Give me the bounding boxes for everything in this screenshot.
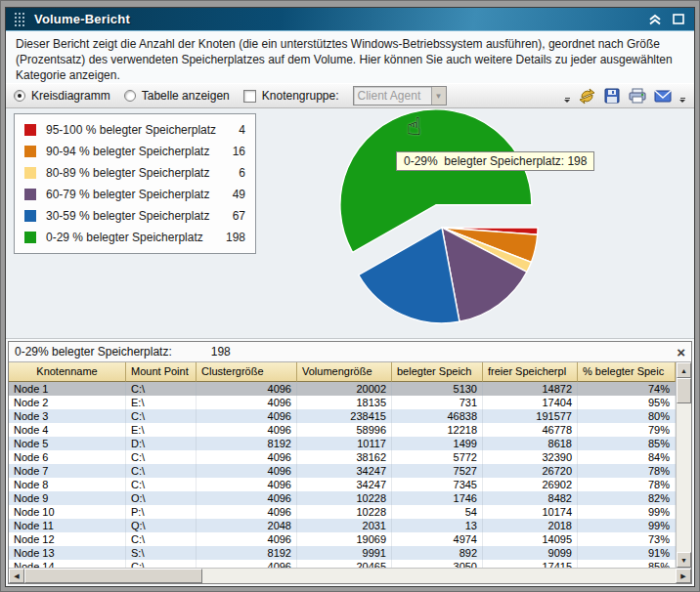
pie-chart-radio-label[interactable]: Kreisdiagramm <box>31 89 110 103</box>
table-cell: 73% <box>578 532 676 546</box>
save-button[interactable] <box>602 86 622 106</box>
show-table-radio-label[interactable]: Tabelle anzeigen <box>142 89 230 103</box>
node-group-label: Knotengruppe: <box>262 89 339 103</box>
toolbar-overflow-grip[interactable] <box>563 87 571 105</box>
column-header[interactable]: Knotenname <box>9 362 126 382</box>
table-row[interactable]: Node 3C:\40962384154683819157780% <box>9 409 676 423</box>
vertical-scroll-track[interactable] <box>677 403 691 552</box>
legend-value: 67 <box>233 209 245 223</box>
table-row[interactable]: Node 11Q:\2048203113201899% <box>9 519 676 532</box>
table-cell: 9099 <box>483 546 578 560</box>
pie-slice-4[interactable] <box>359 228 459 323</box>
maximize-icon <box>673 14 684 24</box>
show-table-radio[interactable] <box>124 90 136 102</box>
close-button[interactable]: × <box>677 345 685 359</box>
table-row[interactable]: Node 14C:\40962046530501741585% <box>9 560 676 568</box>
table-row[interactable]: Node 7C:\40963424775272672078% <box>9 464 676 478</box>
legend-item[interactable]: 80-89 % belegter Speicherplatz6 <box>24 162 245 184</box>
collapse-button[interactable] <box>647 12 663 27</box>
table-row[interactable]: Node 2E:\4096181357311740495% <box>9 396 676 409</box>
legend-item[interactable]: 0-29 % belegter Speicherplatz198 <box>24 227 245 248</box>
detail-category-value: 198 <box>211 345 231 359</box>
table-cell: S:\ <box>126 546 197 560</box>
table-cell: 13 <box>392 519 483 532</box>
scroll-down-button[interactable]: ▼ <box>677 552 691 568</box>
legend-item[interactable]: 60-79 % belegter Speicherplatz49 <box>24 184 245 205</box>
table-cell: P:\ <box>126 505 197 519</box>
table-cell: 20465 <box>297 560 392 568</box>
table-cell: E:\ <box>126 423 197 437</box>
table-cell: 8192 <box>197 546 297 560</box>
horizontal-scroll-track[interactable] <box>202 569 676 583</box>
window-title: Volume-Bericht <box>34 12 639 26</box>
table-cell: 78% <box>578 464 676 478</box>
pie-slice-tooltip: 0-29% belegter Speicherplatz: 198 <box>396 151 594 171</box>
table-row[interactable]: Node 6C:\40963816257723239084% <box>9 450 676 464</box>
legend-item[interactable]: 30-59 % belegter Speicherplatz67 <box>24 205 245 227</box>
legend-swatch-icon <box>24 210 36 222</box>
pie-chart-radio[interactable] <box>14 90 25 102</box>
table-row[interactable]: Node 4E:\409658996122184677879% <box>9 423 676 437</box>
table-cell: 12218 <box>392 423 483 437</box>
column-header[interactable]: % belegter Speic <box>578 362 676 382</box>
legend-item[interactable]: 90-94 % belegter Speicherplatz16 <box>24 141 245 162</box>
column-header[interactable]: Volumengröße <box>297 362 392 382</box>
legend-item[interactable]: 95-100 % belegter Speicherplatz4 <box>24 119 245 141</box>
table-cell: Node 6 <box>9 450 126 464</box>
table-cell: 9991 <box>297 546 392 560</box>
table-row[interactable]: Node 10P:\409610228541017499% <box>9 505 676 519</box>
scroll-up-button[interactable]: ▲ <box>677 362 691 378</box>
table-cell: 4096 <box>197 396 297 409</box>
table-cell: 10228 <box>297 491 392 505</box>
scroll-right-button[interactable]: ▶ <box>676 569 691 583</box>
horizontal-scroll-thumb[interactable] <box>24 569 202 583</box>
table-cell: 4096 <box>197 478 297 491</box>
table-cell: 10228 <box>297 505 392 519</box>
legend-swatch-icon <box>24 232 36 243</box>
table-cell: Node 7 <box>9 464 126 478</box>
refresh-button[interactable] <box>577 86 596 106</box>
horizontal-scrollbar[interactable]: ◀ ▶ <box>9 568 691 583</box>
table-cell: 80% <box>578 409 676 423</box>
table-cell: 191577 <box>483 409 578 423</box>
column-header[interactable]: Clustergröße <box>197 362 297 382</box>
legend-value: 16 <box>233 145 245 158</box>
legend-label: 30-59 % belegter Speicherplatz <box>46 209 209 223</box>
email-button[interactable] <box>653 86 673 106</box>
table-cell: O:\ <box>126 491 197 505</box>
vertical-scroll-thumb[interactable] <box>677 378 691 403</box>
print-button[interactable] <box>628 86 647 106</box>
column-header[interactable]: Mount Point <box>126 362 197 382</box>
table-cell: 4096 <box>197 409 297 423</box>
table-row[interactable]: Node 8C:\40963424773452690278% <box>9 478 676 491</box>
table-row[interactable]: Node 9O:\4096102281746848282% <box>9 491 676 505</box>
table-cell: 3050 <box>392 560 483 568</box>
table-cell: 79% <box>578 423 676 437</box>
report-description: Dieser Bericht zeigt die Anzahl der Knot… <box>6 31 694 83</box>
table-cell: 58996 <box>297 423 392 437</box>
table-cell: 19069 <box>297 532 392 546</box>
table-cell: C:\ <box>126 478 197 491</box>
column-header[interactable]: belegter Speich <box>392 362 483 382</box>
table-row[interactable]: Node 12C:\40961906949741409573% <box>9 532 676 546</box>
maximize-button[interactable] <box>671 12 686 27</box>
table-zone: KnotennameMount PointClustergrößeVolumen… <box>9 362 691 568</box>
toolbar-overflow-grip-2[interactable] <box>678 87 686 105</box>
drag-grip-icon[interactable] <box>14 12 26 26</box>
legend-value: 6 <box>239 166 245 180</box>
table-row[interactable]: Node 13S:\81929991892909991% <box>9 546 676 560</box>
table-cell: 4096 <box>197 491 297 505</box>
column-header[interactable]: freier Speicherpl <box>483 362 578 382</box>
table-cell: 8192 <box>197 437 297 450</box>
table-cell: 74% <box>578 382 676 396</box>
table-row[interactable]: Node 5D:\8192101171499861885% <box>9 437 676 450</box>
node-group-checkbox[interactable] <box>243 90 256 103</box>
vertical-scrollbar[interactable]: ▲ ▼ <box>676 362 691 568</box>
chevron-down-icon[interactable]: ▼ <box>431 87 446 105</box>
table-cell: 14872 <box>483 382 578 396</box>
table-cell: 46778 <box>483 423 578 437</box>
scroll-left-button[interactable]: ◀ <box>9 569 24 583</box>
node-group-select[interactable]: Client Agent ▼ <box>353 86 447 106</box>
table-header-row: KnotennameMount PointClustergrößeVolumen… <box>9 362 676 382</box>
table-row[interactable]: Node 1C:\40962000251301487274% <box>9 382 676 396</box>
